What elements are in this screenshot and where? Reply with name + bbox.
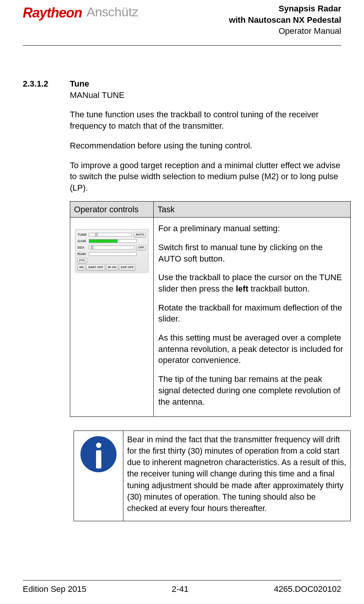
table-row: TUNE AUTO GAIN XX SEA OFF — [70, 218, 351, 417]
off-button[interactable]: OFF — [136, 245, 146, 251]
sart-button[interactable]: SART OFF — [86, 264, 105, 271]
gain-slider[interactable] — [89, 239, 137, 243]
section-title-block: Tune MANual TUNE — [70, 78, 341, 101]
task-line-4: Rotate the trackball for maximum deflect… — [158, 302, 346, 325]
operator-controls-cell: TUNE AUTO GAIN XX SEA OFF — [70, 218, 154, 417]
section-subtitle: MANual TUNE — [70, 90, 341, 101]
operator-task-table: Operator controls Task TUNE AUTO GAIN XX — [70, 201, 351, 417]
footer-edition: Edition Sep 2015 — [23, 583, 87, 595]
auto-button[interactable]: AUTO — [134, 232, 146, 238]
note-table: Bear in mind the fact that the transmitt… — [74, 431, 351, 521]
tune-label: TUNE — [77, 232, 89, 237]
table-head-controls: Operator controls — [70, 201, 154, 218]
exp-button[interactable]: EXP OFF — [119, 264, 136, 271]
doc-title-line3: Operator Manual — [229, 25, 341, 37]
rain-slider[interactable] — [89, 252, 137, 256]
tune-slider[interactable] — [89, 233, 132, 237]
sea-slider[interactable] — [89, 246, 135, 249]
task-line-1: For a preliminary manual setting: — [158, 223, 346, 234]
logo-group: Raytheon Anschütz — [23, 3, 138, 22]
paragraph-3: To improve a good target reception and a… — [70, 160, 341, 194]
note-icon-cell — [74, 431, 123, 521]
table-head-task: Task — [154, 201, 351, 218]
note-text: Bear in mind the fact that the transmitt… — [127, 434, 347, 514]
task-line-5: As this setting must be averaged over a … — [158, 332, 346, 366]
task-cell: For a preliminary manual setting: Switch… — [154, 218, 351, 417]
section-title: Tune — [70, 78, 341, 90]
page-content: 2.3.1.2 Tune MANual TUNE The tune functi… — [23, 46, 341, 521]
section-number: 2.3.1.2 — [23, 78, 55, 101]
footer-page-number: 2-41 — [172, 583, 189, 595]
paragraph-1: The tune function uses the trackball to … — [70, 109, 341, 131]
logo-anschutz: Anschütz — [87, 3, 138, 21]
attention-icon — [80, 436, 117, 472]
control-panel-screenshot: TUNE AUTO GAIN XX SEA OFF — [75, 229, 149, 273]
header-title-block: Synapsis Radar with Nautoscan NX Pedesta… — [229, 3, 341, 37]
task-line-3: Use the trackball to place the cursor on… — [158, 272, 346, 294]
note-row: Bear in mind the fact that the transmitt… — [74, 431, 351, 521]
gain-label: GAIN — [77, 239, 89, 243]
section-heading-row: 2.3.1.2 Tune MANual TUNE — [23, 78, 341, 101]
table-header-row: Operator controls Task — [70, 201, 351, 218]
doc-title-line2: with Nautoscan NX Pedestal — [229, 14, 341, 26]
page-footer: Edition Sep 2015 2-41 4265.DOC020102 — [23, 580, 341, 595]
note-text-cell: Bear in mind the fact that the transmitt… — [123, 431, 351, 521]
footer-doc-number: 4265.DOC020102 — [274, 583, 341, 595]
page-header: Raytheon Anschütz Synapsis Radar with Na… — [23, 0, 341, 46]
task-line-2: Switch first to manual tune by clicking … — [158, 242, 346, 264]
ftc-button[interactable]: FTC — [77, 258, 87, 263]
doc-title-line1: Synapsis Radar — [229, 3, 341, 14]
m2-button[interactable]: M2 — [77, 264, 85, 271]
paragraph-2: Recommendation before using the tuning c… — [70, 140, 341, 151]
ir-button[interactable]: IR ON — [106, 264, 118, 271]
logo-raytheon: Raytheon — [23, 4, 82, 22]
sea-label: SEA — [77, 245, 89, 250]
rain-label: RAIN — [77, 252, 89, 256]
task-line-6: The tip of the tuning bar remains at the… — [158, 374, 346, 407]
